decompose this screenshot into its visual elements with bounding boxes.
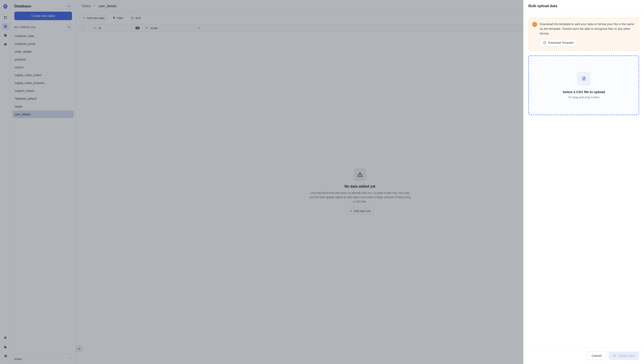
bulk-upload-drawer: Bulk upload data i Download the template… — [523, 0, 644, 364]
drawer-title: Bulk upload data — [528, 4, 639, 8]
info-card: i Download the template to add your data… — [528, 18, 639, 51]
dropzone-subtitle: Or drag and drop it here — [568, 96, 599, 99]
upload-file-icon — [577, 72, 591, 86]
svg-rect-10 — [614, 354, 616, 357]
info-text: Download the template to add your data o… — [540, 22, 635, 36]
upload-data-button[interactable]: Upload data — [609, 351, 639, 360]
file-icon — [543, 41, 546, 44]
download-template-button[interactable]: Download Template — [540, 39, 577, 46]
info-icon: i — [532, 22, 537, 27]
dropzone-title: Select a CSV file to upload — [562, 90, 605, 94]
file-upload-icon — [613, 354, 616, 357]
file-dropzone[interactable]: Select a CSV file to upload Or drag and … — [528, 56, 639, 115]
cancel-button[interactable]: Cancel — [586, 351, 607, 360]
